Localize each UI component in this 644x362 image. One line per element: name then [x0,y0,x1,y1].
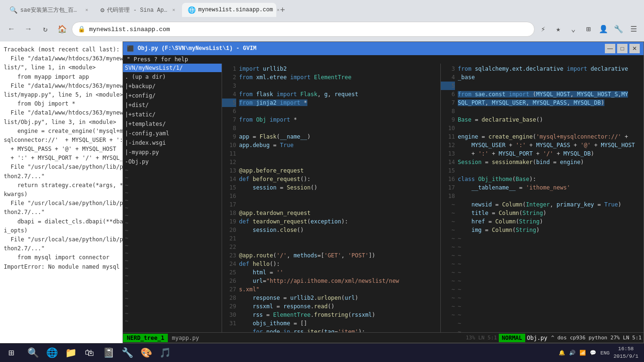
tab-close-2[interactable]: ✕ [171,6,176,14]
taskbar-clock: 16:58 2015/9/1 [613,346,638,360]
gvim-window: ⬛ Obj.py (F:\SVN\myNewsList\1) - GVIM — … [123,41,644,343]
address-bar[interactable]: 🔒 mynewslist.sinaapp.com [72,22,535,37]
error-output: Traceback (most recent call last): File … [4,45,126,343]
tab-favicon-3: 🌐 [188,6,196,14]
tab-2[interactable]: ⚙ 代码管理 - Sina App Engin... ✕ [95,3,182,17]
start-button[interactable]: ⊞ [0,344,23,362]
nerd-tree-header: SVN/myNewsList/1/ [123,64,222,72]
tab-close-3[interactable]: ✕ [276,6,281,14]
taskbar-notification-icon: 🔔 [559,350,565,356]
taskbar-search-icon[interactable]: 🔍 [25,345,41,362]
obj-code-area: 3456789101112131415161718~~~~~~~~~~~~~~ … [441,64,644,332]
gvim-statusbar: NERD_tree_1 myapp.py 13% LN 5:1 NORMAL O… [123,332,644,343]
tab-label-2: 代码管理 - Sina App Engin... [107,6,168,14]
status-obj-info: ^ dos cp936 python 27% LN 5:1 [549,334,644,342]
gvim-maximize-button[interactable]: □ [617,44,627,53]
nerd-item-obj-py[interactable]: -Obj.py [123,157,222,166]
nav-bar: ← → ↻ 🏠 🔒 mynewslist.sinaapp.com ⚡ ★ ⌄ ⊞… [0,17,644,41]
status-obj-filename: Obj.py [525,334,549,342]
nerd-tree-pane: SVN/myNewsList/1/ . (up a dir) |+backup/… [123,64,222,332]
extension-icon[interactable]: 🔧 [612,23,625,36]
obj-code-content: from sqlalchemy.ext.declarative import d… [458,64,644,332]
nav-icons-right: ⚡ ★ ⌄ ⊞ 👤 🔧 ☰ [537,23,640,36]
taskbar-explorer-icon[interactable]: 📁 [62,345,79,362]
tab-bar: 🔍 sae安装第三方包_百度搜索 ✕ ⚙ 代码管理 - Sina App Eng… [0,0,644,17]
nerd-item-myapp-py[interactable]: |-myapp.py [123,148,222,157]
gvim-close-button[interactable]: ✕ [629,44,640,53]
taskbar-network-icon[interactable]: 📶 [579,350,586,356]
tab-1[interactable]: 🔍 sae安装第三方包_百度搜索 ✕ [4,3,95,17]
tab-favicon-1: 🔍 [9,6,17,14]
forward-button[interactable]: → [21,22,36,37]
nerd-item-updir[interactable]: . (up a dir) [123,72,222,82]
windows-logo-icon: ⊞ [8,347,14,359]
taskbar-date: 2015/9/1 [613,353,638,360]
nerd-item-index-wsgi[interactable]: |-index.wsgi [123,138,222,148]
nerd-item-backup[interactable]: |+backup/ [123,82,222,91]
status-middle-file: myapp.py [168,334,464,342]
nerd-item-static[interactable]: |+static/ [123,110,222,119]
gvim-help-text: " Press ? for help [123,55,644,64]
obj-line-numbers: 3456789101112131415161718~~~~~~~~~~~~~~ [441,64,458,332]
gvim-body: SVN/myNewsList/1/ . (up a dir) |+backup/… [123,64,644,332]
browser-chrome: 🔍 sae安装第三方包_百度搜索 ✕ ⚙ 代码管理 - Sina App Eng… [0,0,644,41]
browser-content: Traceback (most recent call last): File … [0,41,644,343]
myapp-code-area: 1234567891011121314151617181920212223242… [222,64,440,332]
bookmark-list-icon[interactable]: ⌄ [567,23,580,36]
status-normal-mode: NORMAL [499,334,525,342]
nerd-item-templates[interactable]: |+templates/ [123,119,222,129]
taskbar-tool-icon[interactable]: 🔧 [119,345,136,362]
settings-icon[interactable]: ☰ [627,23,640,36]
bookmarks-icon[interactable]: ★ [552,23,565,36]
tab-3[interactable]: 🌐 mynewslist.sinaapp.com ✕ [182,3,276,17]
gvim-title: Obj.py (F:\SVN\myNewsList\1) - GVIM [138,45,256,52]
taskbar-apps: 🔍 🌐 📁 🛍 📓 🔧 🎨 🎵 [23,345,175,362]
bookmark-star-icon[interactable]: ⚡ [537,23,550,36]
tab-label-3: mynewslist.sinaapp.com [198,7,273,13]
nerd-item-dist[interactable]: |+dist/ [123,100,222,110]
taskbar-chat-icon[interactable]: 💬 [590,350,596,356]
taskbar-paint-icon[interactable]: 🎨 [138,345,155,362]
back-button[interactable]: ← [4,22,19,37]
taskbar-edge-icon[interactable]: 🌐 [43,345,60,362]
taskbar-volume-icon[interactable]: 🔊 [569,350,576,356]
nerd-item-config[interactable]: |+config/ [123,91,222,100]
taskbar-right: 🔔 🔊 📶 💬 ENG 16:58 2015/9/1 [559,346,644,360]
reload-button[interactable]: ↻ [38,22,53,37]
gvim-minimize-button[interactable]: — [605,44,615,53]
taskbar-music-icon[interactable]: 🎵 [157,345,173,362]
gvim-app-icon: ⬛ [127,45,134,52]
browser-window: 🔍 sae安装第三方包_百度搜索 ✕ ⚙ 代码管理 - Sina App Eng… [0,0,644,343]
home-button[interactable]: 🏠 [55,22,70,37]
gvim-controls: — □ ✕ [605,44,640,53]
taskbar: ⊞ 🔍 🌐 📁 🛍 📓 🔧 🎨 🎵 🔔 🔊 📶 💬 ENG 16:58 2015… [0,343,644,362]
taskbar-onenote-icon[interactable]: 📓 [100,345,117,362]
taskbar-store-icon[interactable]: 🛍 [81,345,98,362]
tab-favicon-2: ⚙ [100,6,104,14]
gvim-titlebar: ⬛ Obj.py (F:\SVN\myNewsList\1) - GVIM — … [123,42,644,55]
taskbar-lang-label[interactable]: ENG [600,350,610,356]
status-nerd-label: NERD_tree_1 [123,334,168,342]
myapp-line-numbers: 1234567891011121314151617181920212223242… [222,64,239,332]
nerd-item-config-yaml[interactable]: |-config.yaml [123,129,222,138]
status-middle-info: 13% LN 5:1 [464,334,499,342]
lock-icon: 🔒 [78,25,85,33]
address-text: mynewslist.sinaapp.com [89,26,170,33]
obj-pane: 3456789101112131415161718~~~~~~~~~~~~~~ … [441,64,644,332]
tab-close-1[interactable]: ✕ [84,6,89,14]
apps-icon[interactable]: ⊞ [582,23,595,36]
taskbar-time: 16:58 [613,346,638,353]
tab-label-1: sae安装第三方包_百度搜索 [20,6,82,14]
myapp-pane: 1234567891011121314151617181920212223242… [222,64,441,332]
nerd-tilde-1: ~ [123,166,222,174]
myapp-code-content: import urllib2 from xml.etree import Ele… [239,64,440,332]
user-icon[interactable]: 👤 [597,23,610,36]
